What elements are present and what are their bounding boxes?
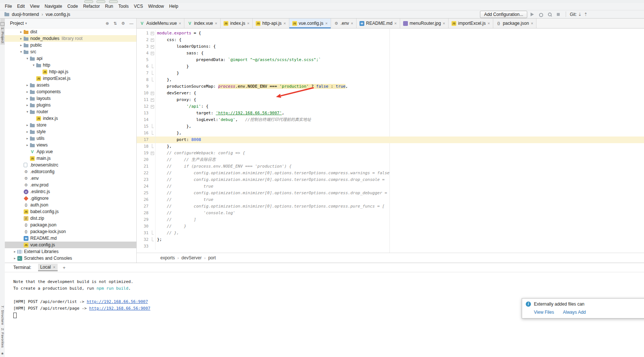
tab-close-icon[interactable]: × bbox=[283, 21, 286, 26]
fold-end-icon[interactable] bbox=[149, 143, 155, 150]
tool-button-favorites[interactable]: 2: Favorites bbox=[0, 327, 5, 349]
new-terminal-tab-button[interactable]: + bbox=[61, 265, 67, 270]
code-line-20[interactable]: 20 // // 生产去除日志 bbox=[137, 156, 644, 163]
menu-code[interactable]: Code bbox=[65, 3, 81, 10]
chevron-collapsed-icon[interactable]: ▸ bbox=[18, 28, 24, 35]
fold-end-icon[interactable] bbox=[149, 70, 155, 77]
tree-item-components[interactable]: ▸components bbox=[5, 88, 136, 95]
tree-item-layouts[interactable]: ▸layouts bbox=[5, 95, 136, 102]
code-line-9[interactable]: 9 productionSourceMap: process.env.NODE_… bbox=[137, 83, 644, 90]
debug-button[interactable] bbox=[538, 11, 544, 17]
menu-run[interactable]: Run bbox=[102, 3, 116, 10]
chevron-collapsed-icon[interactable]: ▸ bbox=[25, 82, 30, 88]
tab-close-icon[interactable]: × bbox=[247, 21, 249, 26]
favorites-star-icon[interactable]: ★ bbox=[1, 351, 4, 356]
tree-item-assets[interactable]: ▸assets bbox=[5, 82, 136, 88]
chevron-collapsed-icon[interactable]: ▸ bbox=[25, 128, 30, 135]
editor-breadcrumb-devserver[interactable]: devServer bbox=[181, 255, 202, 260]
add-configuration-button[interactable]: Add Configuration... bbox=[480, 11, 527, 18]
fold-collapse-icon[interactable] bbox=[149, 103, 155, 110]
tree-item-app-vue[interactable]: VApp.vue bbox=[5, 148, 136, 155]
tab-close-icon[interactable]: × bbox=[531, 21, 533, 26]
menu-window[interactable]: Window bbox=[146, 3, 167, 10]
fold-end-icon[interactable] bbox=[149, 130, 155, 137]
tab-close-icon[interactable]: × bbox=[394, 21, 396, 26]
code-line-27[interactable]: 27 // config.optimization.minimizer[0].o… bbox=[137, 203, 644, 210]
tree-item-main-js[interactable]: JSmain.js bbox=[5, 155, 136, 162]
code-area[interactable]: 1module.exports = {2 css: {3 loaderOptio… bbox=[137, 28, 644, 253]
code-line-15[interactable]: 15 }, bbox=[137, 123, 644, 130]
tree-item-src[interactable]: ▾src bbox=[5, 48, 136, 55]
code-line-7[interactable]: 7 } bbox=[137, 70, 644, 77]
tree-item-dist-zip[interactable]: Zdist.zip bbox=[5, 215, 136, 222]
code-line-2[interactable]: 2 css: { bbox=[137, 37, 644, 43]
tree-item-browserslistrc[interactable]: .browserslistrc bbox=[5, 162, 136, 168]
chevron-collapsed-icon[interactable]: ▸ bbox=[25, 122, 30, 128]
code-line-30[interactable]: 30 // } bbox=[137, 223, 644, 230]
project-view-dropdown[interactable]: Project bbox=[10, 21, 24, 26]
tree-item-api[interactable]: ▾api bbox=[5, 55, 136, 62]
tree-item-vue-config-js[interactable]: JSvue.config.js bbox=[5, 242, 136, 248]
breadcrumb-project[interactable]: duoji-frontend bbox=[11, 12, 40, 17]
menu-tools[interactable]: Tools bbox=[116, 3, 131, 10]
chevron-collapsed-icon[interactable]: ▸ bbox=[12, 255, 17, 262]
tree-item-readme-md[interactable]: MREADME.md bbox=[5, 235, 136, 242]
git-update-icon[interactable]: ⇣ bbox=[578, 12, 582, 17]
code-line-3[interactable]: 3 loaderOptions: { bbox=[137, 43, 644, 50]
tree-item-babel-config-js[interactable]: JSbabel.config.js bbox=[5, 208, 136, 215]
code-line-29[interactable]: 29 // ] bbox=[137, 216, 644, 223]
tool-button-project[interactable]: 1: Project bbox=[0, 18, 5, 45]
tree-item-package-lock-json[interactable]: {}package-lock.json bbox=[5, 228, 136, 235]
editor-breadcrumb-exports[interactable]: exports bbox=[160, 255, 176, 260]
tree-item-style[interactable]: ▸style bbox=[5, 128, 136, 135]
notification-action-always-add[interactable]: Always Add bbox=[563, 310, 586, 315]
tree-item-node-modules[interactable]: ▸node_moduleslibrary root bbox=[5, 35, 136, 42]
tab-close-icon[interactable]: × bbox=[351, 21, 353, 26]
fold-collapse-icon[interactable] bbox=[149, 43, 155, 50]
code-line-24[interactable]: 24 // true bbox=[137, 183, 644, 190]
terminal-tab-local[interactable]: Local × bbox=[38, 264, 58, 271]
tab-close-icon[interactable]: × bbox=[443, 21, 445, 26]
tree-item-store[interactable]: ▸store bbox=[5, 122, 136, 128]
editor-tab-vue-config-js[interactable]: JSvue.config.js× bbox=[289, 18, 331, 28]
tree-item-index-js[interactable]: JSindex.js bbox=[5, 115, 136, 122]
tree-item-auth-json[interactable]: {}auth.json bbox=[5, 202, 136, 208]
code-line-33[interactable]: 33 bbox=[137, 243, 644, 250]
code-line-10[interactable]: 10 devServer: { bbox=[137, 90, 644, 97]
code-line-11[interactable]: 11 proxy: { bbox=[137, 97, 644, 103]
code-line-14[interactable]: 14 logLevel:'debug', //控制台终端打印代理前的真实地址 bbox=[137, 117, 644, 123]
tree-item-router[interactable]: ▾router bbox=[5, 108, 136, 115]
tab-close-icon[interactable]: × bbox=[179, 21, 181, 26]
chevron-expanded-icon[interactable]: ▾ bbox=[25, 55, 30, 62]
code-line-5[interactable]: 5 prependData: `@import "~@/assets/scss/… bbox=[137, 57, 644, 63]
close-icon[interactable]: × bbox=[53, 265, 55, 269]
code-line-22[interactable]: 22 // config.optimization.minimizer[0].o… bbox=[137, 170, 644, 176]
collapse-all-icon[interactable]: ⇅ bbox=[113, 21, 117, 26]
tree-item-utils[interactable]: ▸utils bbox=[5, 135, 136, 142]
code-line-26[interactable]: 26 // true bbox=[137, 196, 644, 203]
terminal-link[interactable]: http://192.168.66.56:9007 bbox=[89, 306, 150, 311]
code-line-4[interactable]: 4 sass: { bbox=[137, 50, 644, 57]
chevron-expanded-icon[interactable]: ▾ bbox=[31, 62, 36, 68]
run-button[interactable] bbox=[529, 11, 535, 17]
chevron-collapsed-icon[interactable]: ▸ bbox=[18, 35, 24, 42]
tree-item-package-json[interactable]: {}package.json bbox=[5, 222, 136, 228]
editor-tab-importexcel-js[interactable]: JSimportExcel.js× bbox=[449, 18, 493, 28]
hide-panel-icon[interactable]: — bbox=[129, 21, 133, 26]
fold-collapse-icon[interactable] bbox=[149, 30, 155, 37]
fold-end-icon[interactable] bbox=[149, 236, 155, 243]
editor-tab-index-vue[interactable]: Vindex.vue× bbox=[184, 18, 221, 28]
tab-close-icon[interactable]: × bbox=[215, 21, 217, 26]
editor-tab-readme-md[interactable]: MREADME.md× bbox=[357, 18, 400, 28]
menu-file[interactable]: File bbox=[2, 3, 14, 10]
code-line-1[interactable]: 1module.exports = { bbox=[137, 30, 644, 37]
tree-item-views[interactable]: ▸views bbox=[5, 142, 136, 148]
tree-item-eslintrc-js[interactable]: e.eslintrc.js bbox=[5, 188, 136, 195]
chevron-collapsed-icon[interactable]: ▸ bbox=[25, 95, 30, 102]
tree-item-gitignore[interactable]: .gitignore bbox=[5, 195, 136, 202]
fold-collapse-icon[interactable] bbox=[149, 50, 155, 57]
tree-item-external-libraries[interactable]: ▸External Libraries bbox=[5, 248, 136, 255]
search-everywhere-icon[interactable] bbox=[546, 11, 552, 17]
menu-help[interactable]: Help bbox=[167, 3, 181, 10]
fold-end-icon[interactable] bbox=[149, 77, 155, 83]
